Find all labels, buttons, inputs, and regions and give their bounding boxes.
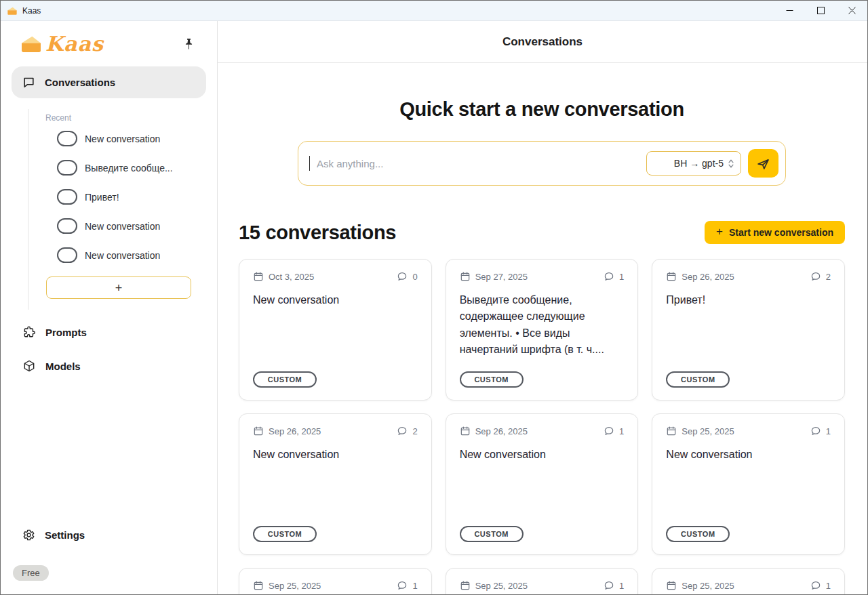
message-bubble-icon <box>604 426 614 436</box>
sidebar: Kaas Conversations Recent <box>1 21 218 594</box>
sidebar-item-prompts[interactable]: Prompts <box>1 315 217 349</box>
conversations-grid: Oct 3, 2025 0 New conversation CUSTOM <box>239 259 845 594</box>
pin-icon[interactable] <box>184 38 194 50</box>
start-new-conversation-button[interactable]: + Start new conversation <box>705 221 845 244</box>
card-date: Sep 27, 2025 <box>475 272 528 282</box>
card-message-count-group: 1 <box>810 426 831 436</box>
calendar-icon <box>666 426 677 436</box>
conversation-card[interactable]: Sep 25, 2025 1 <box>239 568 432 594</box>
card-meta-row: Sep 26, 2025 2 <box>253 426 418 436</box>
sidebar-spacer <box>1 383 217 518</box>
card-badge: CUSTOM <box>460 371 524 388</box>
send-button[interactable] <box>748 149 778 178</box>
card-title: New conversation <box>253 447 418 463</box>
conversation-card[interactable]: Sep 25, 2025 1 <box>446 568 639 594</box>
card-date-group: Sep 26, 2025 <box>253 426 321 436</box>
quick-start-heading: Quick start a new conversation <box>239 98 845 121</box>
card-message-count-group: 0 <box>397 271 417 282</box>
card-badge: CUSTOM <box>253 371 317 388</box>
card-meta-row: Sep 25, 2025 1 <box>253 580 418 591</box>
puzzle-icon <box>22 325 36 339</box>
add-conversation-button[interactable]: + <box>46 276 191 299</box>
card-meta-row: Sep 26, 2025 2 <box>666 271 831 282</box>
message-bubble-icon <box>397 580 408 591</box>
message-bubble-icon <box>810 580 821 591</box>
conversation-card[interactable]: Sep 25, 2025 1 New conversation CUSTOM <box>652 413 845 555</box>
list-header-row: 15 conversations + Start new conversatio… <box>239 221 845 244</box>
calendar-icon <box>253 271 264 282</box>
message-bubble-icon <box>810 426 821 436</box>
sidebar-item-label: Models <box>45 361 81 372</box>
conversation-card[interactable]: Sep 26, 2025 2 New conversation CUSTOM <box>239 413 432 555</box>
card-date: Sep 26, 2025 <box>269 426 321 436</box>
main-content: Quick start a new conversation ВН → gpt-… <box>218 63 867 594</box>
card-date: Sep 25, 2025 <box>269 581 321 591</box>
card-badge: CUSTOM <box>666 371 730 388</box>
sidebar-item-settings[interactable]: Settings <box>1 518 217 552</box>
sidebar-item-label: Conversations <box>45 77 115 88</box>
conversation-pill-icon <box>57 218 77 234</box>
card-date-group: Sep 25, 2025 <box>666 580 734 591</box>
calendar-icon <box>666 580 677 591</box>
card-date-group: Sep 26, 2025 <box>460 426 528 436</box>
conversation-pill-icon <box>57 189 77 205</box>
card-message-count: 1 <box>826 426 831 436</box>
app-window: Kaas Kaas <box>0 0 868 595</box>
card-date-group: Oct 3, 2025 <box>253 271 314 282</box>
conversation-card[interactable]: Sep 26, 2025 1 New conversation CUSTOM <box>446 413 639 555</box>
card-date-group: Sep 25, 2025 <box>460 580 528 591</box>
plan-badge: Free <box>13 565 49 581</box>
card-message-count-group: 1 <box>397 580 417 591</box>
card-date: Sep 25, 2025 <box>682 426 734 436</box>
conversation-card[interactable]: Sep 27, 2025 1 Выведите сообщение, содер… <box>446 259 639 401</box>
card-badge: CUSTOM <box>666 526 730 542</box>
package-cube-icon <box>22 359 36 373</box>
model-selector[interactable]: ВН → gpt-5 <box>646 151 741 176</box>
calendar-icon <box>253 580 264 591</box>
chat-bubble-icon <box>22 76 35 89</box>
recent-conversation-label: Привет! <box>85 192 119 203</box>
maximize-button[interactable] <box>805 1 836 20</box>
card-message-count: 1 <box>619 426 624 436</box>
message-bubble-icon <box>397 426 408 436</box>
sidebar-recent-conversation[interactable]: New conversation <box>28 124 217 153</box>
card-date-group: Sep 25, 2025 <box>253 580 321 591</box>
text-caret <box>309 156 310 171</box>
calendar-icon <box>460 426 471 436</box>
recent-conversation-label: Выведите сообще... <box>85 163 173 173</box>
sidebar-item-models[interactable]: Models <box>1 349 217 383</box>
minimize-button[interactable] <box>774 1 805 20</box>
calendar-icon <box>460 580 471 591</box>
calendar-icon <box>666 271 677 282</box>
sidebar-recent-conversation[interactable]: Выведите сообще... <box>28 153 217 182</box>
ask-input[interactable] <box>317 158 639 169</box>
conversation-card[interactable]: Oct 3, 2025 0 New conversation CUSTOM <box>239 259 432 401</box>
card-meta-row: Sep 27, 2025 1 <box>460 271 625 282</box>
card-message-count: 2 <box>826 272 831 282</box>
conversation-card[interactable]: Sep 25, 2025 1 <box>652 568 845 594</box>
app-body: Kaas Conversations Recent <box>1 21 867 594</box>
recent-conversation-label: New conversation <box>85 221 160 232</box>
start-new-conversation-label: Start new conversation <box>729 227 833 238</box>
sidebar-item-label: Prompts <box>45 327 87 338</box>
card-date: Oct 3, 2025 <box>269 272 314 282</box>
conversation-card[interactable]: Sep 26, 2025 2 Привет! CUSTOM <box>652 259 845 401</box>
card-meta-row: Sep 25, 2025 1 <box>460 580 625 591</box>
sidebar-item-conversations[interactable]: Conversations <box>12 66 206 98</box>
conversation-pill-icon <box>57 131 77 146</box>
sidebar-recent-conversation[interactable]: New conversation <box>28 241 217 270</box>
close-button[interactable] <box>836 1 867 20</box>
main-panel: Conversations Quick start a new conversa… <box>218 21 867 594</box>
page-title: Conversations <box>502 35 583 49</box>
card-message-count: 1 <box>619 581 624 591</box>
sidebar-recent-conversation[interactable]: New conversation <box>28 211 217 241</box>
sidebar-recent-conversation[interactable]: Привет! <box>28 182 217 211</box>
conversation-pill-icon <box>57 160 77 176</box>
card-date-group: Sep 26, 2025 <box>666 271 734 282</box>
recent-label: Recent <box>45 113 217 123</box>
card-message-count: 2 <box>412 426 417 436</box>
card-message-count-group: 1 <box>604 426 624 436</box>
recent-section: Recent New conversation Выведите сообще.… <box>28 109 217 310</box>
card-message-count-group: 1 <box>810 580 831 591</box>
calendar-icon <box>253 426 264 436</box>
